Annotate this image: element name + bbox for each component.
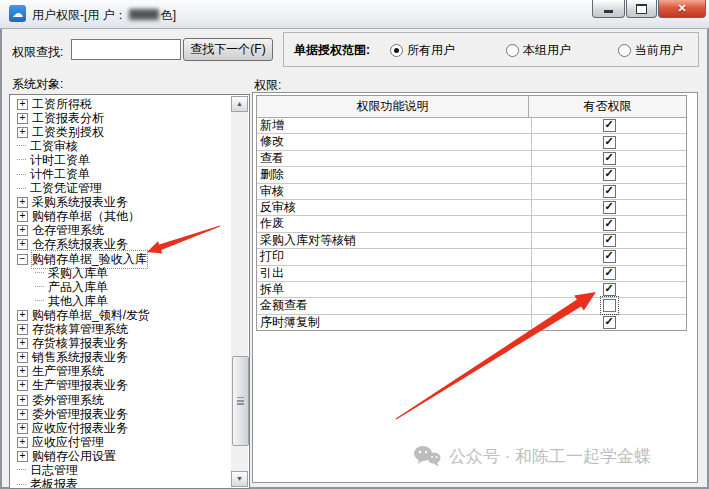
scroll-up-button[interactable]: ▲ (231, 96, 248, 112)
expand-toggle-icon[interactable]: + (17, 409, 28, 420)
system-objects-label: 系统对象: (12, 76, 63, 93)
system-objects-tree: +工资所得税+工资报表分析+工资类别授权工资审核计时工资单计件工资单工资凭证管理… (9, 94, 250, 489)
permission-search-input[interactable] (71, 39, 181, 60)
permission-value-cell: ✓ (532, 233, 686, 248)
tree-scrollbar[interactable]: ▲ ▼ (231, 96, 248, 487)
table-row: 引出✓ (257, 266, 686, 282)
redacted-username (129, 9, 159, 20)
table-row: 序时簿复制✓ (257, 315, 686, 330)
search-label: 权限查找: (12, 44, 63, 61)
collapse-toggle-icon[interactable]: − (17, 254, 28, 265)
close-button[interactable]: ✕ (658, 0, 706, 18)
permission-checkbox[interactable]: ✓ (603, 119, 616, 132)
find-next-button[interactable]: 查找下一个(F) (183, 38, 273, 61)
radio-label: 本组用户 (523, 42, 571, 59)
radio-label: 当前用户 (635, 42, 683, 59)
table-row: 采购入库对等核销✓ (257, 233, 686, 249)
column-header-description: 权限功能说明 (257, 96, 529, 117)
expand-toggle-icon[interactable]: + (17, 338, 28, 349)
tree-leaf-dash (17, 174, 26, 176)
tree-leaf-dash (17, 145, 26, 147)
radio-circle[interactable] (506, 44, 519, 57)
expand-toggle-icon[interactable]: + (17, 352, 28, 363)
minimize-icon (604, 10, 613, 13)
permission-checkbox[interactable]: ✓ (603, 201, 616, 214)
permission-name: 新增 (257, 118, 532, 133)
permission-name: 作废 (257, 216, 532, 231)
tree-leaf-dash (17, 484, 26, 486)
tree-item[interactable]: 采购入库单 (11, 266, 230, 280)
minimize-button[interactable] (592, 0, 625, 18)
permission-checkbox[interactable]: ✓ (603, 250, 616, 263)
expand-toggle-icon[interactable]: + (17, 113, 28, 124)
tree-leaf-dash (35, 300, 44, 302)
permission-name: 删除 (257, 167, 532, 182)
expand-toggle-icon[interactable]: + (17, 366, 28, 377)
radio-option[interactable]: 本组用户 (506, 42, 571, 59)
permission-name: 拆单 (257, 282, 532, 297)
watermark: 公众号 · 和陈工一起学金蝶 (412, 444, 651, 468)
expand-toggle-icon[interactable]: + (17, 225, 28, 236)
expand-toggle-icon[interactable]: + (17, 99, 28, 110)
window-title: 用户权限-[用 户：色] (32, 7, 176, 24)
expand-toggle-icon[interactable]: + (17, 127, 28, 138)
permission-checkbox[interactable]: ✓ (603, 185, 616, 198)
expand-toggle-icon[interactable]: + (17, 324, 28, 335)
app-cloud-icon: ☁ (9, 5, 26, 22)
scroll-thumb[interactable] (232, 356, 249, 446)
wechat-icon (412, 444, 442, 468)
maximize-button[interactable] (626, 0, 657, 18)
permission-name: 金额查看 (257, 298, 532, 313)
expand-toggle-icon[interactable]: + (17, 451, 28, 462)
permission-name: 修改 (257, 134, 532, 149)
radio-option[interactable]: 当前用户 (618, 42, 683, 59)
permission-checkbox[interactable]: ✓ (603, 152, 616, 165)
permission-name: 采购入库对等核销 (257, 233, 532, 248)
close-icon: ✕ (677, 2, 686, 15)
tree-item[interactable]: 产品入库单 (11, 280, 230, 294)
expand-toggle-icon[interactable]: + (17, 395, 28, 406)
permission-value-cell: ✓ (532, 266, 686, 281)
permission-value-cell: ✓ (532, 118, 686, 133)
tree-item[interactable]: −购销存单据_验收入库 (11, 252, 230, 266)
table-row: 金额查看 (257, 298, 686, 314)
permission-checkbox[interactable]: ✓ (603, 234, 616, 247)
permission-name: 序时簿复制 (257, 315, 532, 330)
radio-circle[interactable] (618, 44, 631, 57)
table-row: 查看✓ (257, 151, 686, 167)
expand-toggle-icon[interactable]: + (17, 437, 28, 448)
permission-checkbox[interactable]: ✓ (603, 283, 616, 296)
permission-checkbox[interactable]: ✓ (603, 218, 616, 231)
permission-value-cell: ✓ (532, 134, 686, 149)
permission-name: 审核 (257, 184, 532, 199)
expand-toggle-icon[interactable]: + (17, 310, 28, 321)
radio-circle[interactable] (390, 44, 403, 57)
expand-toggle-icon[interactable]: + (17, 380, 28, 391)
table-row: 作废✓ (257, 216, 686, 232)
permission-checkbox[interactable]: ✓ (603, 168, 616, 181)
expand-toggle-icon[interactable]: + (17, 239, 28, 250)
table-row: 删除✓ (257, 167, 686, 183)
expand-toggle-icon[interactable]: + (17, 211, 28, 222)
column-header-has-permission: 有否权限 (529, 96, 686, 117)
table-row: 新增✓ (257, 118, 686, 134)
tree-item[interactable]: 老板报表 (11, 478, 230, 489)
scope-groupbox: 单据授权范围: 所有用户本组用户当前用户 (283, 32, 699, 67)
permission-checkbox[interactable]: ✓ (603, 316, 616, 329)
scroll-down-button[interactable]: ▼ (231, 471, 248, 487)
table-header: 权限功能说明 有否权限 (257, 96, 686, 118)
permission-value-cell: ✓ (532, 167, 686, 182)
window-controls: ✕ (591, 0, 706, 18)
permission-value-cell: ✓ (532, 249, 686, 264)
permission-name: 反审核 (257, 200, 532, 215)
permission-value-cell (532, 298, 686, 313)
permission-checkbox[interactable]: ✓ (603, 267, 616, 280)
expand-toggle-icon[interactable]: + (17, 423, 28, 434)
titlebar: ☁ 用户权限-[用 户：色] ✕ (0, 0, 709, 29)
table-row: 修改✓ (257, 134, 686, 150)
expand-toggle-icon[interactable]: + (17, 197, 28, 208)
permission-checkbox[interactable]: ✓ (603, 136, 616, 149)
radio-option[interactable]: 所有用户 (390, 42, 455, 59)
maximize-icon (636, 4, 647, 14)
permission-checkbox[interactable] (603, 299, 616, 312)
